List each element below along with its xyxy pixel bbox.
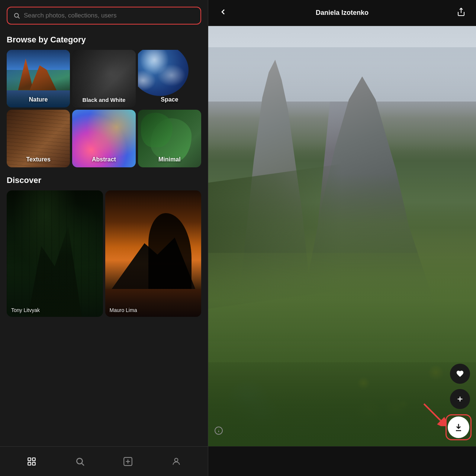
info-icon <box>214 426 223 435</box>
svg-rect-5 <box>32 462 35 465</box>
category-abstract[interactable]: Abstract <box>72 110 135 167</box>
discover-section: Discover Tony Litvyak Mauro <box>0 167 208 446</box>
svg-point-0 <box>15 13 19 17</box>
right-bottom-bar <box>208 446 476 476</box>
nav-profile[interactable] <box>164 454 189 469</box>
photo-container <box>208 26 476 446</box>
category-space[interactable]: Space <box>138 50 201 107</box>
right-panel: Daniela Izotenko <box>208 0 476 476</box>
browse-title: Browse by Category <box>7 35 201 45</box>
svg-line-1 <box>18 17 19 18</box>
nav-profile-icon <box>171 457 181 466</box>
search-container <box>0 0 208 28</box>
category-space-label: Space <box>138 96 201 103</box>
heart-icon <box>456 370 464 378</box>
category-nature-label: Nature <box>7 96 70 103</box>
share-button[interactable] <box>454 4 469 21</box>
search-icon <box>13 12 20 19</box>
category-nature[interactable]: Nature <box>7 50 70 107</box>
category-textures-label: Textures <box>7 156 70 163</box>
red-arrow-indicator <box>420 400 446 426</box>
action-buttons <box>450 364 470 409</box>
info-button[interactable] <box>214 426 223 437</box>
svg-rect-2 <box>28 458 31 461</box>
nav-search[interactable] <box>68 454 92 469</box>
category-bw[interactable]: Black and White <box>72 50 135 107</box>
right-header: Daniela Izotenko <box>208 0 476 26</box>
svg-point-11 <box>175 458 178 461</box>
discover-title: Discover <box>7 176 201 185</box>
category-grid: Nature Black and White Space <box>7 50 201 167</box>
search-bar[interactable] <box>7 7 201 25</box>
back-button[interactable] <box>216 4 231 21</box>
red-arrow <box>420 400 446 428</box>
download-button-container <box>446 414 472 440</box>
svg-point-6 <box>77 458 82 464</box>
category-textures[interactable]: Textures <box>7 110 70 167</box>
share-icon <box>457 7 466 16</box>
search-input[interactable] <box>24 12 194 19</box>
discover-author-2: Mauro Lima <box>110 307 137 313</box>
download-button[interactable] <box>448 416 469 438</box>
discover-author-1: Tony Litvyak <box>11 307 40 313</box>
plus-icon <box>456 395 464 403</box>
nav-search-icon <box>75 457 85 466</box>
bottom-nav <box>0 446 208 476</box>
download-button-border <box>446 414 472 440</box>
photo-author-title: Daniela Izotenko <box>316 9 369 17</box>
svg-line-16 <box>424 404 441 421</box>
nav-add[interactable] <box>116 454 140 469</box>
nav-add-icon <box>123 457 133 466</box>
nav-home[interactable] <box>19 454 44 469</box>
category-minimal-label: Minimal <box>138 156 201 163</box>
svg-rect-4 <box>28 462 31 465</box>
category-minimal[interactable]: Minimal <box>138 110 201 167</box>
like-button[interactable] <box>450 364 470 384</box>
add-to-collection-button[interactable] <box>450 389 470 409</box>
download-icon <box>454 423 463 432</box>
home-icon <box>27 457 36 466</box>
left-panel: Browse by Category Nature Black and Whit… <box>0 0 208 476</box>
svg-line-7 <box>82 463 84 465</box>
discover-card-2[interactable]: Mauro Lima <box>105 190 202 317</box>
svg-rect-3 <box>32 458 35 461</box>
main-photo <box>208 26 476 446</box>
category-bw-label: Black and White <box>72 97 135 103</box>
back-icon <box>219 7 228 16</box>
category-abstract-label: Abstract <box>72 156 135 163</box>
discover-grid: Tony Litvyak Mauro Lima <box>7 190 201 317</box>
browse-section: Browse by Category Nature Black and Whit… <box>0 28 208 167</box>
discover-card-1[interactable]: Tony Litvyak <box>7 190 103 317</box>
